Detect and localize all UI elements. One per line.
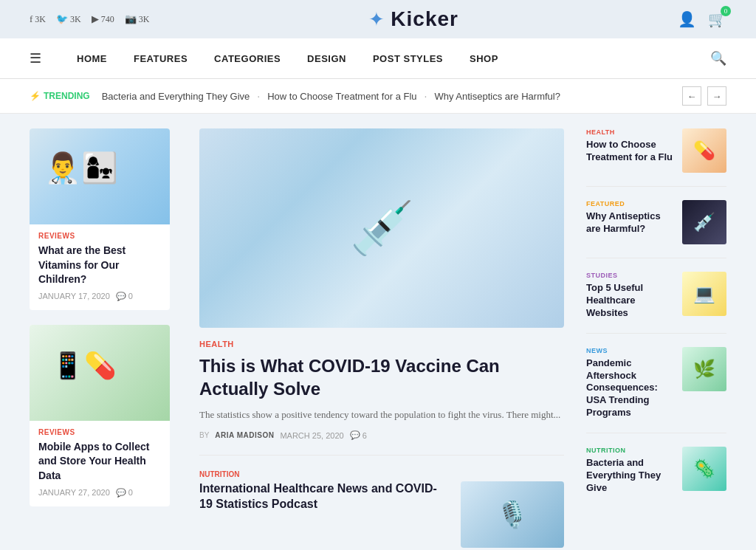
right-article-4-title[interactable]: Pandemic Aftershock Consequences: USA Tr… (586, 357, 675, 419)
trending-next-button[interactable]: → (707, 86, 726, 106)
right-article-5: NUTRITION Bacteria and Everything They G… (586, 447, 726, 508)
second-article-image[interactable]: 🎙️ (461, 481, 564, 548)
right-article-3: STUDIES Top 5 Useful Healthcare Websites… (586, 272, 726, 334)
left-column: REVIEWS What are the Best Vitamins for O… (30, 128, 185, 548)
left-article-2-body: REVIEWS Mobile Apps to Collect and Store… (30, 421, 170, 506)
featured-category[interactable]: HEALTH (199, 340, 564, 348)
trending-item-3[interactable]: Why Antiseptics are Harmful? (434, 91, 560, 102)
right-article-5-category[interactable]: NUTRITION (586, 447, 675, 454)
instagram-count: 3K (139, 14, 150, 25)
second-article: NUTRITION International Healthcare News … (199, 470, 564, 548)
second-article-title[interactable]: International Healthcare News and COVID-… (199, 481, 449, 512)
search-icon[interactable]: 🔍 (710, 50, 726, 66)
by-label: BY (199, 431, 209, 439)
featured-title[interactable]: This is What COVID-19 Vaccine Can Actual… (199, 354, 564, 400)
second-article-category[interactable]: NUTRITION (199, 470, 564, 478)
right-article-3-title[interactable]: Top 5 Useful Healthcare Websites (586, 282, 675, 320)
cart-badge: 0 (721, 6, 731, 16)
top-bar: f 3K 🐦 3K ▶ 740 📷 3K ✦ Kicker 👤 🛒 0 (0, 0, 756, 38)
trending-bar: ⚡ TRENDING Bacteria and Everything They … (0, 79, 756, 114)
nav-design[interactable]: DESIGN (294, 40, 360, 78)
comment-icon-2: 💬 (116, 488, 126, 498)
left-article-1-date: JANUARY 17, 2020 (38, 292, 110, 300)
right-article-2-thumbnail[interactable]: 💉 (682, 200, 726, 244)
right-article-3-category[interactable]: STUDIES (586, 272, 675, 279)
left-article-1-comments: 💬 0 (116, 292, 133, 301)
featured-comments: 💬 6 (350, 430, 367, 440)
left-article-2-date: JANUARY 27, 2020 (38, 488, 110, 497)
youtube-icon: ▶ (92, 13, 99, 25)
left-article-1-category[interactable]: REVIEWS (38, 232, 161, 240)
right-article-2-category[interactable]: FEATURED (586, 200, 675, 207)
twitter-link[interactable]: 🐦 3K (56, 13, 81, 25)
left-article-1-body: REVIEWS What are the Best Vitamins for O… (30, 224, 170, 310)
right-article-4-text: NEWS Pandemic Aftershock Consequences: U… (586, 347, 675, 419)
hamburger-menu[interactable]: ☰ (30, 38, 41, 78)
left-article-2: REVIEWS Mobile Apps to Collect and Store… (30, 325, 170, 506)
user-icon[interactable]: 👤 (678, 10, 696, 28)
trending-dot-2: · (425, 90, 427, 102)
trending-item-2[interactable]: How to Choose Treatment for a Flu (267, 91, 416, 102)
main-nav: ☰ HOME FEATURES CATEGORIES DESIGN POST S… (0, 38, 756, 79)
left-article-2-image (30, 325, 170, 421)
logo[interactable]: ✦ Kicker (368, 7, 458, 31)
nav-home[interactable]: HOME (63, 40, 120, 78)
featured-date: MARCH 25, 2020 (280, 431, 343, 440)
trending-dot-1: · (257, 90, 260, 102)
lightning-icon: ⚡ (30, 91, 41, 101)
right-column: HEALTH How to Choose Treatment for a Flu… (579, 128, 726, 548)
center-column: 💉 HEALTH This is What COVID-19 Vaccine C… (185, 128, 579, 548)
right-article-5-text: NUTRITION Bacteria and Everything They G… (586, 447, 675, 495)
right-article-1-category[interactable]: HEALTH (586, 128, 675, 136)
divider (199, 455, 564, 456)
right-article-2-text: FEATURED Why Antiseptics are Harmful? (586, 200, 675, 236)
nav-features[interactable]: FEATURES (120, 40, 201, 78)
nav-links: HOME FEATURES CATEGORIES DESIGN POST STY… (63, 40, 710, 78)
featured-article-image[interactable]: 💉 (199, 128, 564, 328)
nav-post-styles[interactable]: POST STYLES (360, 40, 456, 78)
left-article-2-category[interactable]: REVIEWS (38, 428, 161, 436)
trending-item-1[interactable]: Bacteria and Everything They Give (102, 91, 250, 102)
left-article-2-comments: 💬 0 (116, 488, 133, 498)
left-article-1-title[interactable]: What are the Best Vitamins for Our Child… (38, 244, 161, 287)
right-article-5-thumbnail[interactable]: 🦠 (682, 447, 726, 491)
top-right-actions: 👤 🛒 0 (678, 10, 726, 28)
right-article-2-title[interactable]: Why Antiseptics are Harmful? (586, 210, 675, 236)
right-article-3-text: STUDIES Top 5 Useful Healthcare Websites (586, 272, 675, 320)
right-article-1-text: HEALTH How to Choose Treatment for a Flu (586, 128, 675, 164)
comment-icon: 💬 (116, 292, 126, 301)
comment-icon-featured: 💬 (350, 430, 360, 440)
trending-items: Bacteria and Everything They Give · How … (102, 90, 670, 102)
facebook-icon: f (30, 13, 32, 25)
facebook-count: 3K (35, 14, 46, 25)
right-article-3-thumbnail[interactable]: 💻 (682, 272, 726, 316)
social-links: f 3K 🐦 3K ▶ 740 📷 3K (30, 13, 149, 25)
second-article-wrapper: International Healthcare News and COVID-… (199, 481, 564, 548)
main-content: REVIEWS What are the Best Vitamins for O… (0, 114, 756, 550)
featured-author[interactable]: ARIA MADISON (215, 431, 274, 439)
right-article-2: FEATURED Why Antiseptics are Harmful? 💉 (586, 200, 726, 258)
right-article-4: NEWS Pandemic Aftershock Consequences: U… (586, 347, 726, 433)
left-article-2-title[interactable]: Mobile Apps to Collect and Store Your He… (38, 440, 161, 484)
nav-shop[interactable]: SHOP (456, 40, 512, 78)
second-article-text: International Healthcare News and COVID-… (199, 481, 449, 548)
right-article-1: HEALTH How to Choose Treatment for a Flu… (586, 128, 726, 187)
left-article-1-meta: JANUARY 17, 2020 💬 0 (38, 292, 161, 301)
left-article-1: REVIEWS What are the Best Vitamins for O… (30, 128, 170, 310)
instagram-link[interactable]: 📷 3K (125, 13, 150, 25)
youtube-count: 740 (101, 14, 114, 25)
nav-categories[interactable]: CATEGORIES (201, 40, 294, 78)
trending-nav: ← → (682, 86, 726, 106)
right-article-1-title[interactable]: How to Choose Treatment for a Flu (586, 139, 675, 164)
cart-icon[interactable]: 🛒 0 (708, 10, 726, 28)
right-article-4-category[interactable]: NEWS (586, 347, 675, 354)
right-article-4-thumbnail[interactable]: 🌿 (682, 347, 726, 391)
youtube-link[interactable]: ▶ 740 (92, 13, 114, 25)
trending-prev-button[interactable]: ← (682, 86, 701, 106)
facebook-link[interactable]: f 3K (30, 13, 46, 25)
podcast-icon: 🎙️ (496, 500, 529, 530)
featured-meta: BY ARIA MADISON MARCH 25, 2020 💬 6 (199, 430, 564, 440)
logo-text: Kicker (391, 7, 458, 31)
right-article-5-title[interactable]: Bacteria and Everything They Give (586, 457, 675, 495)
right-article-1-thumbnail[interactable]: 💊 (682, 128, 726, 173)
